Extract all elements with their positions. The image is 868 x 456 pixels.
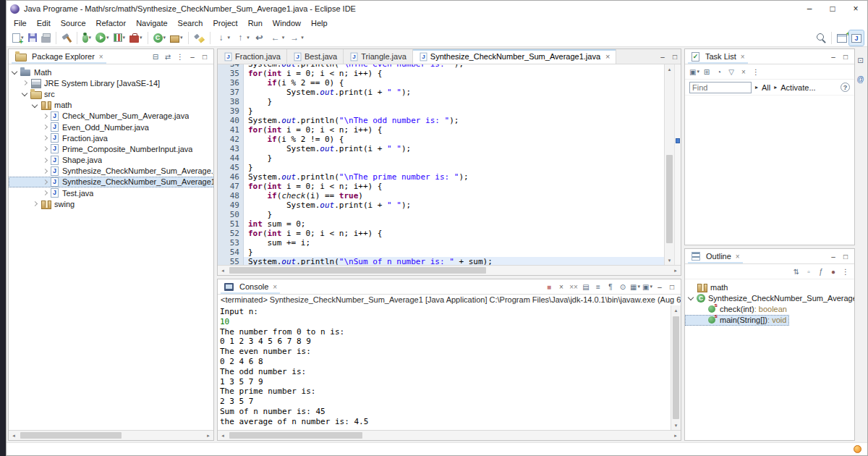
expand-expander-icon[interactable] [31, 200, 39, 208]
pin-console-button[interactable]: ⊙ [617, 281, 629, 292]
console-vertical-scrollbar[interactable]: ▴ ▾ [671, 305, 681, 430]
task-find-input[interactable] [689, 82, 752, 93]
scrollbar-thumb[interactable] [229, 432, 362, 439]
expand-expander-icon[interactable] [41, 123, 49, 131]
code-line[interactable]: } [244, 106, 664, 116]
terminate-button[interactable]: ■ [543, 281, 555, 292]
link-with-editor-button[interactable]: ⇄ [162, 51, 174, 62]
overview-ruler[interactable] [674, 64, 681, 265]
scroll-right-arrow[interactable]: ▸ [671, 268, 681, 274]
package-explorer-horizontal-scrollbar[interactable]: ◂ ▸ [9, 430, 213, 440]
expand-expander-icon[interactable] [41, 156, 49, 164]
scroll-lock-button[interactable]: ≡ [592, 281, 604, 292]
categorized-presentation-button[interactable]: ⊞ [701, 66, 712, 77]
code-line[interactable]: int sum = 0; [244, 219, 664, 229]
editor-horizontal-scrollbar[interactable]: ◂ ▸ [218, 265, 681, 275]
scroll-down-arrow[interactable]: ▾ [665, 256, 674, 265]
tree-item-synthesize-checknumber-sum-average1[interactable]: CSynthesize_CheckNumber_Sum_Average1 [685, 292, 854, 303]
maximize-view-button[interactable]: □ [840, 250, 851, 262]
next-annotation-button[interactable]: ↓▾ [213, 30, 233, 46]
display-selected-console-button[interactable]: ▦▾ [629, 281, 641, 292]
expand-expander-icon[interactable] [41, 145, 49, 153]
title-bar[interactable]: Java Programe - Math/src/math/Synthesize… [7, 1, 867, 17]
menu-refactor[interactable]: Refactor [91, 18, 132, 28]
maximize-window-button[interactable]: □ [821, 1, 844, 17]
remove-all-terminated-button[interactable]: ×× [568, 281, 579, 292]
new-java-class-button[interactable]: C▾ [151, 30, 169, 46]
expand-expander-icon[interactable] [41, 189, 49, 197]
scroll-left-arrow[interactable]: ◂ [9, 433, 19, 439]
minimize-view-button[interactable]: – [187, 51, 198, 62]
editor-vertical-scrollbar[interactable]: ▴ ▾ [664, 64, 674, 265]
forward-button[interactable]: →▾ [286, 30, 306, 46]
scroll-up-arrow[interactable]: ▴ [671, 305, 681, 315]
tree-item-fraction-java[interactable]: JFraction.java [9, 132, 213, 143]
close-window-button[interactable]: × [844, 1, 867, 17]
menu-edit[interactable]: Edit [32, 18, 56, 28]
notification-icon[interactable] [854, 445, 861, 453]
remove-launch-button[interactable]: × [556, 281, 567, 292]
new-button[interactable]: ▾ [10, 30, 26, 46]
menu-project[interactable]: Project [208, 18, 242, 28]
scrollbar-thumb[interactable] [666, 155, 673, 243]
scrollbar-thumb[interactable] [673, 316, 679, 419]
editor-body[interactable]: 3435363738394041424344454647484950515253… [218, 64, 681, 265]
java-perspective-button[interactable]: J [849, 30, 864, 46]
code-area[interactable]: System.out.println("\nThe even number is… [244, 64, 664, 265]
back-button[interactable]: ←▾ [268, 30, 287, 46]
overview-annotation-marker[interactable] [676, 138, 680, 143]
close-view-icon[interactable]: × [741, 53, 745, 61]
hide-non-public-button[interactable]: ● [827, 266, 839, 277]
code-line[interactable]: if(check(i) == true) [244, 191, 664, 200]
maximize-view-button[interactable]: □ [199, 51, 210, 62]
minimize-window-button[interactable]: – [798, 1, 821, 17]
run-button[interactable]: ▾ [93, 30, 111, 46]
help-icon[interactable]: ? [841, 83, 850, 92]
hide-static-members-button[interactable]: ƒ [815, 266, 827, 277]
code-line[interactable]: for(int i = 0; i < n; i++) { [244, 229, 664, 238]
open-console-button[interactable]: ▣▾ [642, 281, 653, 292]
editor-tab-synthesize-checknumber-sum-average1-java[interactable]: JSynthesize_CheckNumber_Sum_Average1.jav… [413, 49, 617, 64]
minimize-view-button[interactable]: – [827, 51, 839, 62]
menu-run[interactable]: Run [243, 18, 268, 28]
code-line[interactable]: if(i % 2 == 0) { [244, 78, 664, 88]
tree-item-check-number-sum-average-java[interactable]: JCheck_Number_Sum_Average.java [9, 111, 213, 122]
code-line[interactable]: System.out.println("\nThe prime number i… [244, 172, 664, 182]
editor-tab-best-java[interactable]: JBest.java [287, 49, 344, 64]
new-task-button[interactable]: ▣▾ [689, 66, 700, 77]
console-horizontal-scrollbar[interactable]: ◂ ▸ [218, 430, 681, 440]
filter-button[interactable]: ▽ [726, 66, 737, 77]
print-button[interactable] [39, 30, 53, 46]
menu-window[interactable]: Window [268, 18, 306, 28]
scrollbar-thumb[interactable] [229, 267, 486, 274]
package-explorer-tree[interactable]: MathJRE System Library [JavaSE-14]srcmat… [9, 64, 213, 430]
build-all-button[interactable] [59, 30, 74, 46]
collapse-expander-icon[interactable] [21, 90, 29, 98]
code-line[interactable]: System.out.println("\nThe odd number is:… [244, 116, 664, 125]
minimize-view-button[interactable]: – [827, 250, 839, 262]
code-line[interactable]: } [244, 163, 664, 172]
collapse-expander-icon[interactable] [11, 68, 19, 76]
collapse-expander-icon[interactable] [31, 101, 39, 109]
code-line[interactable]: } [244, 248, 664, 257]
close-view-icon[interactable]: × [736, 253, 740, 261]
code-line[interactable]: } [244, 210, 664, 219]
menu-file[interactable]: File [9, 18, 32, 28]
code-line[interactable]: if(i % 2 != 0) { [244, 135, 664, 144]
close-tab-icon[interactable]: × [605, 52, 610, 61]
activate-link[interactable]: Activate... [780, 83, 815, 92]
expand-expander-icon[interactable] [41, 134, 49, 142]
console-view-tab[interactable]: Console × [221, 279, 280, 294]
tree-item-math[interactable]: math [9, 100, 213, 111]
editor-tab-fraction-java[interactable]: JFraction.java [218, 49, 287, 64]
scroll-right-arrow[interactable]: ▸ [671, 433, 681, 439]
coverage-button[interactable]: ▾ [111, 30, 128, 46]
open-perspective-button[interactable] [835, 30, 849, 46]
search-button[interactable] [192, 30, 207, 46]
code-line[interactable]: sum += i; [244, 238, 664, 248]
tree-item-check-int[interactable]: check(int) : boolean [685, 303, 854, 314]
task-list-view-tab[interactable]: ✓ Task List × [688, 49, 748, 64]
word-wrap-button[interactable]: ¶ [605, 281, 616, 292]
scope-all-link[interactable]: All [762, 83, 770, 92]
tree-item-test-java[interactable]: JTest.java [9, 187, 213, 198]
